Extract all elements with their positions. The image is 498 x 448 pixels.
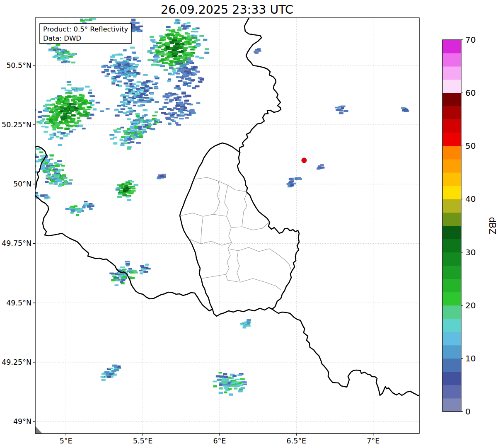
- radar-bin: [116, 189, 120, 191]
- radar-bin: [172, 55, 177, 57]
- radar-bin: [145, 97, 149, 99]
- radar-bin: [187, 95, 191, 97]
- radar-bin: [177, 29, 181, 31]
- radar-bin: [90, 95, 95, 97]
- radar-bin: [182, 28, 186, 30]
- radar-bin: [123, 143, 128, 144]
- radar-bin: [160, 65, 165, 67]
- radar-bin: [63, 180, 67, 182]
- radar-bin: [85, 102, 89, 104]
- radar-bin: [175, 32, 179, 34]
- radar-bin: [147, 128, 152, 129]
- radar-bin: [74, 121, 79, 124]
- radar-bin: [57, 103, 61, 105]
- district-border: [226, 228, 232, 280]
- radar-bin: [87, 205, 91, 208]
- radar-bin: [65, 55, 68, 57]
- radar-bin: [69, 56, 73, 58]
- district-border: [227, 278, 281, 290]
- radar-bin: [131, 21, 135, 23]
- radar-bin: [133, 129, 137, 132]
- radar-bin: [133, 184, 138, 186]
- radar-bin: [191, 80, 194, 81]
- radar-bin: [127, 118, 131, 120]
- colorbar-band: [442, 252, 461, 266]
- radar-bin: [65, 92, 70, 94]
- radar-bin: [87, 117, 92, 119]
- radar-bin: [36, 148, 41, 150]
- radar-bin: [109, 4, 114, 5]
- radar-bin: [48, 138, 53, 140]
- radar-bin: [22, 191, 27, 193]
- radar-bin: [31, 196, 35, 197]
- radar-bin: [183, 74, 186, 76]
- radar-bin: [64, 108, 67, 110]
- radar-bin: [223, 373, 227, 375]
- radar-bin: [56, 48, 61, 51]
- radar-bin: [126, 264, 130, 266]
- radar-bin: [234, 387, 237, 390]
- radar-bin: [133, 123, 137, 124]
- radar-bin: [100, 376, 104, 378]
- radar-bin: [123, 106, 128, 107]
- radar-bin: [118, 53, 122, 56]
- radar-bin: [139, 99, 144, 101]
- radar-bin: [120, 266, 125, 268]
- radar-bin: [174, 97, 178, 99]
- radar-bin: [109, 273, 114, 274]
- radar-bin: [81, 96, 85, 98]
- radar-bin: [70, 106, 75, 108]
- radar-bin: [71, 210, 75, 212]
- radar-bin: [117, 128, 121, 130]
- radar-bin: [58, 185, 62, 186]
- radar-bin: [77, 117, 80, 119]
- radar-bin: [51, 98, 55, 100]
- radar-bin: [154, 88, 159, 90]
- radar-bin: [217, 379, 221, 381]
- radar-bin: [191, 112, 196, 114]
- radar-bin: [168, 123, 171, 125]
- x-tick-label: 6°E: [213, 437, 226, 445]
- colorbar-tick-label: 0: [465, 407, 471, 417]
- radar-bin: [49, 134, 54, 136]
- product-label: Product: 0.5° Reflectivity: [43, 25, 128, 33]
- radar-bin: [58, 55, 61, 57]
- radar-bin: [199, 57, 204, 59]
- radar-bin: [120, 95, 124, 97]
- radar-bin: [255, 50, 259, 52]
- radar-bin: [52, 116, 56, 119]
- radar-bin: [198, 77, 202, 79]
- radar-bin: [32, 154, 37, 156]
- radar-bin: [224, 392, 227, 394]
- radar-bin: [341, 107, 344, 109]
- radar-bin: [164, 69, 168, 71]
- radar-bin: [69, 121, 73, 123]
- radar-bin: [45, 121, 49, 123]
- radar-bin: [176, 85, 180, 87]
- radar-bin: [155, 111, 158, 113]
- colorbar-band: [442, 40, 461, 53]
- radar-echo-cluster: [401, 107, 409, 112]
- radar-bin: [199, 35, 204, 37]
- radar-bin: [120, 138, 123, 140]
- radar-bin: [172, 121, 176, 122]
- radar-bin: [56, 44, 60, 46]
- radar-bin: [157, 53, 162, 56]
- radar-bin: [130, 277, 135, 279]
- radar-bin: [187, 22, 191, 24]
- radar-bin: [166, 118, 171, 120]
- radar-bin: [67, 81, 71, 83]
- radar-bin: [151, 39, 155, 41]
- radar-bin: [228, 378, 232, 379]
- radar-bin: [177, 99, 181, 101]
- colorbar-band: [442, 385, 461, 399]
- radar-bin: [114, 67, 118, 69]
- radar-bin: [30, 193, 34, 195]
- radar-bin: [88, 107, 92, 108]
- radar-bin: [176, 73, 180, 74]
- radar-bin: [52, 174, 56, 176]
- radar-bin: [29, 194, 34, 196]
- radar-bin: [71, 99, 75, 101]
- radar-bin: [147, 123, 151, 125]
- radar-bin: [242, 381, 247, 383]
